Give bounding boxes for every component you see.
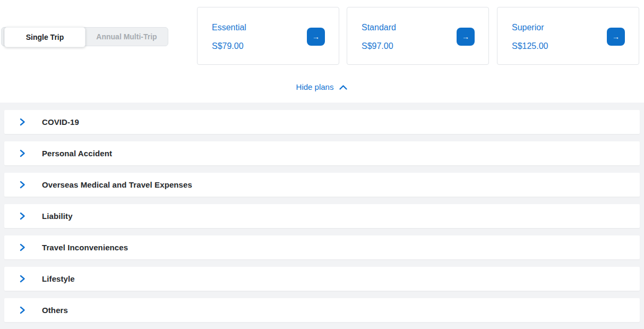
plan-price: S$97.00: [362, 41, 393, 51]
arrow-right-icon: →: [612, 32, 620, 41]
benefit-row-covid-19[interactable]: COVID-19: [4, 110, 640, 134]
benefit-row-personal-accident[interactable]: Personal Accident: [4, 141, 640, 165]
benefit-label: COVID-19: [42, 117, 79, 126]
arrow-right-icon: →: [312, 32, 320, 41]
benefit-sections-list: COVID-19 Personal Accident Overseas Medi…: [0, 103, 644, 329]
chevron-right-icon: [19, 181, 26, 189]
select-plan-button[interactable]: →: [457, 28, 475, 46]
plan-card-essential: Essential S$79.00 →: [197, 7, 339, 65]
chevron-up-icon: [339, 85, 348, 90]
benefit-row-travel-inconveniences[interactable]: Travel Inconveniences: [4, 235, 640, 259]
select-plan-button[interactable]: →: [607, 28, 625, 46]
benefit-label: Others: [42, 306, 68, 315]
toggle-annual-multi-trip[interactable]: Annual Multi-Trip: [85, 28, 168, 46]
benefit-label: Travel Inconveniences: [42, 243, 128, 252]
travel-insurance-plans-page: Single Trip Annual Multi-Trip Essential …: [0, 0, 644, 329]
plan-name: Essential: [212, 23, 246, 32]
trip-type-toggle: Single Trip Annual Multi-Trip: [1, 27, 168, 46]
toggle-single-trip-label: Single Trip: [26, 33, 64, 41]
chevron-right-icon: [19, 212, 26, 220]
benefit-row-lifestyle[interactable]: Lifestyle: [4, 267, 640, 291]
plan-name: Superior: [512, 23, 544, 32]
plan-card-superior: Superior S$125.00 →: [497, 7, 639, 65]
toggle-single-trip[interactable]: Single Trip: [4, 27, 85, 47]
hide-plans-label: Hide plans: [296, 82, 334, 91]
benefit-label: Liability: [42, 212, 73, 221]
benefit-label: Personal Accident: [42, 149, 112, 158]
chevron-right-icon: [19, 275, 26, 283]
select-plan-button[interactable]: →: [307, 28, 325, 46]
benefit-row-overseas-medical[interactable]: Overseas Medical and Travel Expenses: [4, 173, 640, 197]
arrow-right-icon: →: [462, 32, 469, 41]
hide-plans-link[interactable]: Hide plans: [0, 82, 644, 91]
chevron-right-icon: [19, 306, 26, 314]
benefit-row-others[interactable]: Others: [4, 298, 640, 322]
plan-card-standard: Standard S$97.00 →: [347, 7, 489, 65]
plan-price: S$125.00: [512, 41, 548, 51]
benefit-label: Lifestyle: [42, 274, 75, 283]
chevron-right-icon: [19, 243, 26, 251]
chevron-right-icon: [19, 149, 26, 157]
plan-name: Standard: [362, 23, 396, 32]
plans-overview-section: Single Trip Annual Multi-Trip Essential …: [0, 0, 644, 103]
chevron-right-icon: [19, 118, 26, 126]
benefit-row-liability[interactable]: Liability: [4, 204, 640, 228]
benefit-label: Overseas Medical and Travel Expenses: [42, 180, 192, 189]
toggle-annual-multi-trip-label: Annual Multi-Trip: [96, 32, 157, 41]
plan-price: S$79.00: [212, 41, 244, 51]
